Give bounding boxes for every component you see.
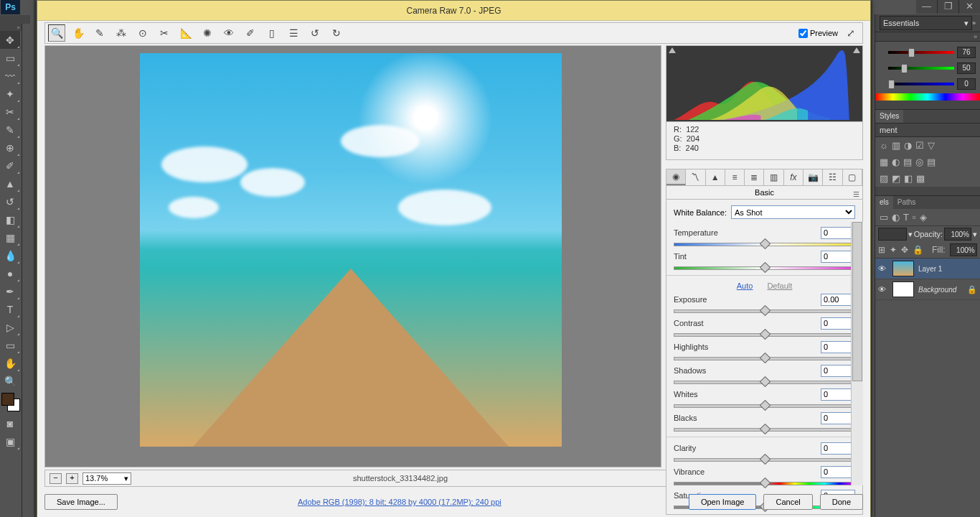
type-tool[interactable]: T <box>0 300 20 318</box>
zoom-level-dropdown[interactable]: 13.7%▾ <box>83 472 131 485</box>
cr-tab-curve[interactable]: 〽 <box>686 169 705 185</box>
preview-checkbox[interactable]: Preview <box>798 29 838 38</box>
cr-tab-detail[interactable]: ▲ <box>706 169 725 185</box>
path-select-tool[interactable]: ▷ <box>0 318 20 336</box>
zoom-tool[interactable]: 🔍 <box>0 372 20 390</box>
save-image-button[interactable]: Save Image... <box>44 494 118 510</box>
window-maximize-button[interactable]: ❐ <box>938 0 959 14</box>
highlights-slider[interactable] <box>674 354 855 361</box>
opacity-input[interactable] <box>944 228 971 241</box>
workflow-options-link[interactable]: Adobe RGB (1998); 8 bit; 4288 by 4000 (1… <box>118 498 682 506</box>
cancel-button[interactable]: Cancel <box>763 494 812 510</box>
paths-tab[interactable]: Paths <box>893 196 920 209</box>
foreground-background-colors[interactable] <box>1 393 20 411</box>
cr-adjust-brush-tool[interactable]: ✐ <box>242 24 259 42</box>
lasso-tool[interactable]: 〰 <box>0 67 20 85</box>
styles-tab[interactable]: Styles <box>875 110 903 123</box>
exposure-input[interactable] <box>821 294 855 306</box>
cr-color-sampler-tool[interactable]: ⁂ <box>113 24 130 42</box>
eyedropper-tool[interactable]: ✎ <box>0 121 20 139</box>
temperature-slider[interactable] <box>674 240 855 247</box>
color-r-value[interactable]: 76 <box>957 47 976 58</box>
tint-input[interactable] <box>821 251 855 263</box>
cr-grad-filter-tool[interactable]: ▯ <box>263 24 281 42</box>
cr-fullscreen-button[interactable]: ⤢ <box>842 24 859 42</box>
heal-tool[interactable]: ⊕ <box>0 139 20 157</box>
zoom-in-button[interactable]: + <box>66 473 78 484</box>
workspace-switcher[interactable]: Essentials▾» <box>875 14 980 32</box>
layer-item-layer1[interactable]: 👁Layer 1 <box>875 258 980 279</box>
history-brush-tool[interactable]: ↺ <box>0 192 20 210</box>
blacks-slider[interactable] <box>674 425 855 432</box>
zoom-out-button[interactable]: − <box>50 473 62 484</box>
contrast-slider[interactable] <box>674 330 855 337</box>
cr-preview-image[interactable] <box>140 53 562 447</box>
cr-spot-tool[interactable]: ✺ <box>199 24 216 42</box>
stamp-tool[interactable]: ▲ <box>0 174 20 192</box>
vibrance-slider[interactable] <box>674 479 855 486</box>
tint-slider[interactable] <box>674 264 855 271</box>
cr-targeted-tool[interactable]: ⊙ <box>134 24 151 42</box>
cr-tab-snapshots[interactable]: ▢ <box>843 169 862 185</box>
gradient-tool[interactable]: ▦ <box>0 228 20 246</box>
whites-input[interactable] <box>821 388 855 401</box>
lock-pixels-icon[interactable]: ✦ <box>890 245 897 255</box>
color-g-value[interactable]: 50 <box>957 62 976 74</box>
cr-rotate-cw-button[interactable]: ↻ <box>328 24 345 42</box>
fill-input[interactable] <box>950 243 977 256</box>
cr-tab-lens[interactable]: ▥ <box>764 169 783 185</box>
brush-tool[interactable]: ✐ <box>0 157 20 174</box>
move-tool[interactable]: ✥ <box>0 31 20 49</box>
lock-position-icon[interactable]: ✥ <box>901 245 908 255</box>
cr-tab-hsl[interactable]: ≡ <box>725 169 745 185</box>
color-ramp[interactable] <box>875 93 980 101</box>
cr-tab-basic[interactable]: ◉ <box>666 169 686 185</box>
whites-slider[interactable] <box>674 401 855 409</box>
shadows-input[interactable] <box>821 365 855 377</box>
cr-tab-presets[interactable]: ☷ <box>823 169 842 185</box>
blur-tool[interactable]: 💧 <box>0 246 20 264</box>
open-image-button[interactable]: Open Image <box>689 494 757 510</box>
vibrance-input[interactable] <box>821 466 855 478</box>
clarity-slider[interactable] <box>674 455 855 462</box>
cr-crop-tool[interactable]: ✂ <box>156 24 173 42</box>
quickmask-toggle[interactable]: ◙ <box>0 414 20 432</box>
pen-tool[interactable]: ✒ <box>0 282 20 300</box>
blend-mode-dropdown[interactable] <box>878 228 907 241</box>
layer-item-background[interactable]: 👁Background🔒 <box>875 279 980 300</box>
highlight-clip-icon[interactable] <box>853 47 860 53</box>
cr-zoom-tool[interactable]: 🔍 <box>48 24 65 42</box>
shape-tool[interactable]: ▭ <box>0 336 20 354</box>
cr-tab-split[interactable]: ≣ <box>745 169 764 185</box>
contrast-input[interactable] <box>821 317 855 330</box>
shadows-slider[interactable] <box>674 378 855 385</box>
temperature-input[interactable] <box>821 227 855 239</box>
magic-wand-tool[interactable]: ✦ <box>0 85 20 103</box>
cr-rotate-ccw-button[interactable]: ↺ <box>306 24 324 42</box>
default-link[interactable]: Default <box>767 281 792 290</box>
shadow-clip-icon[interactable] <box>669 47 676 53</box>
highlights-input[interactable] <box>821 341 855 353</box>
dodge-tool[interactable]: ● <box>0 264 20 282</box>
screen-mode-button[interactable]: ▣ <box>0 432 20 450</box>
color-b-value[interactable]: 0 <box>957 78 976 90</box>
marquee-tool[interactable]: ▭ <box>0 49 20 67</box>
visibility-icon[interactable]: 👁 <box>878 285 888 294</box>
cr-panel-scrollbar[interactable] <box>851 222 863 485</box>
cr-prefs-button[interactable]: ☰ <box>285 24 302 42</box>
hand-tool[interactable]: ✋ <box>0 354 20 372</box>
cr-wb-tool[interactable]: ✎ <box>91 24 108 42</box>
window-minimize-button[interactable]: — <box>916 0 938 14</box>
channels-tab[interactable]: els <box>875 196 893 209</box>
cr-tab-camera[interactable]: 📷 <box>804 169 823 185</box>
cr-redeye-tool[interactable]: 👁 <box>220 24 237 42</box>
blacks-input[interactable] <box>821 412 855 424</box>
visibility-icon[interactable]: 👁 <box>878 264 888 273</box>
wb-dropdown[interactable]: As Shot <box>731 205 855 219</box>
cr-hand-tool[interactable]: ✋ <box>70 24 87 42</box>
auto-link[interactable]: Auto <box>737 281 753 290</box>
cr-tab-fx[interactable]: fx <box>784 169 804 185</box>
exposure-slider[interactable] <box>674 307 855 314</box>
done-button[interactable]: Done <box>820 494 863 510</box>
eraser-tool[interactable]: ◧ <box>0 210 20 228</box>
